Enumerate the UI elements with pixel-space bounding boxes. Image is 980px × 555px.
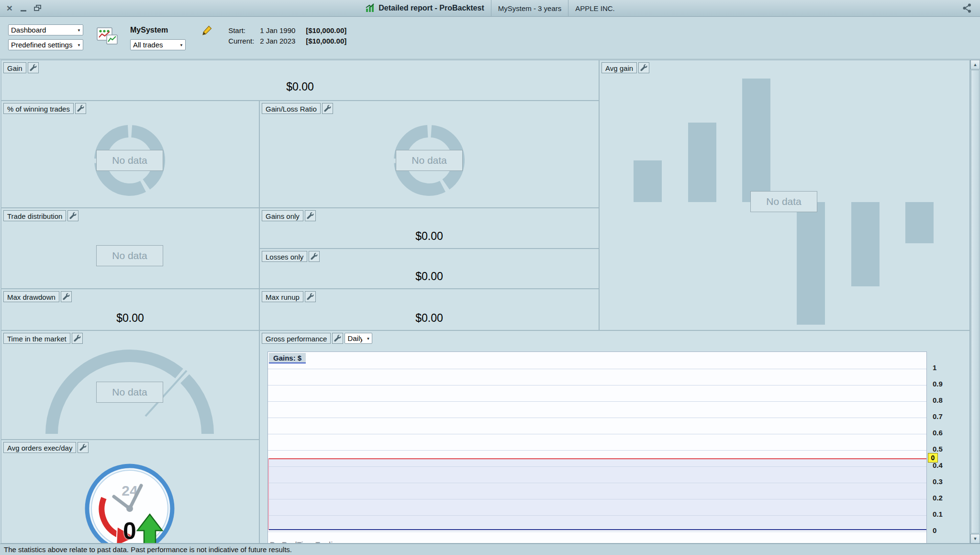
losses-only-value: $0.00 [260,270,599,283]
close-icon[interactable]: × [5,3,14,13]
time-in-market-settings-button[interactable] [72,333,83,344]
chart-watermark: ProRealTime Trading [270,540,342,544]
gains-only-settings-button[interactable] [305,210,316,221]
avg-gain-panel-title: Avg gain [601,62,637,73]
y-axis-tick: 0.1 [933,510,943,518]
wrench-icon [640,64,647,71]
avg-gain-panel: Avg gain No data [599,60,970,330]
y-axis-tick: 0 [933,526,936,534]
wrench-icon [77,105,84,112]
avg-gain-settings-button[interactable] [638,62,649,73]
max-runup-value: $0.00 [260,312,599,325]
avg-orders-panel: Avg orders exec/day 24 0 [1,440,259,544]
gain-settings-button[interactable] [28,62,39,73]
scroll-down-button[interactable]: ▼ [970,534,980,544]
current-amount: [$10,000.00] [306,37,346,45]
start-label: Start: [228,26,260,34]
trade-distribution-panel: Trade distribution No data [1,208,259,289]
avg-orders-settings-button[interactable] [78,442,89,453]
wrench-icon [30,64,37,71]
winning-trades-settings-button[interactable] [75,103,86,114]
wrench-icon [324,105,331,112]
max-runup-panel-title: Max runup [262,291,303,302]
gain-value: $0.00 [1,80,599,93]
gain-loss-ratio-panel-title: Gain/Loss Ratio [262,103,321,114]
avg-orders-panel-title: Avg orders exec/day [3,442,76,453]
scrollbar-thumb[interactable] [971,70,980,533]
gridline [268,401,926,402]
gridline [268,499,926,499]
y-axis-tick: 0.5 [933,445,943,453]
y-axis-tick: 0.6 [933,429,943,437]
wrench-icon [307,212,314,219]
y-axis-tick: 0.3 [933,477,943,486]
y-axis-tick: 0.8 [933,396,943,404]
gross-performance-panel-title: Gross performance [262,333,331,344]
titlebar-separator [491,0,491,17]
losses-only-panel-title: Losses only [262,251,307,262]
gridline [268,385,926,385]
period-select[interactable]: Daily [345,333,372,344]
placeholder-bar [905,202,934,243]
no-data-label: No data [96,150,163,171]
y-axis-tick: 0.2 [933,494,943,502]
max-drawdown-panel-title: Max drawdown [3,291,59,302]
no-data-label: No data [96,382,163,403]
titlebar-center: Detailed report - ProBacktest MySystem -… [62,0,918,16]
scroll-up-icon: ▲ [973,62,978,67]
share-icon[interactable] [962,3,972,13]
winning-trades-panel-title: % of winning trades [3,103,74,114]
gains-only-panel-title: Gains only [262,210,303,221]
trades-select[interactable]: All trades [130,39,186,50]
statusbar: The statistics above relate to past data… [0,544,980,555]
gridline [268,515,926,516]
gross-performance-settings-button[interactable] [332,333,343,344]
window-title: Detailed report - ProBacktest [379,4,484,12]
placeholder-bar [688,123,716,202]
vertical-scrollbar[interactable]: ▲ ▼ [970,60,980,544]
report-document-icon [95,23,119,47]
account-summary: Start: 1 Jan 1990 [$10,000.00] Current: … [228,26,346,45]
wrench-icon [69,212,77,219]
current-label: Current: [228,37,260,45]
gp-plot: Gains: $ ProRealTime Trading [267,351,927,544]
minimize-icon[interactable] [19,3,28,13]
wrench-icon [334,335,341,342]
zero-baseline [268,529,926,530]
restore-icon[interactable] [33,3,42,13]
y-axis-tick: 0.9 [933,380,943,388]
scroll-down-icon: ▼ [973,536,978,541]
series-label: Gains: $ [269,353,306,363]
losses-only-panel: Losses only $0.00 [259,249,599,289]
left-axis-edge [268,458,269,530]
max-runup-settings-button[interactable] [305,291,316,302]
scroll-up-button[interactable]: ▲ [970,60,980,69]
wrench-icon [79,444,87,451]
wrench-icon [307,293,314,300]
edit-pencil-icon[interactable] [201,24,213,36]
system-name: MySystem [130,26,168,34]
trade-distribution-settings-button[interactable] [67,210,78,221]
start-amount: [$10,000.00] [306,26,346,34]
gp-y-axis: 0 10.90.80.70.60.50.40.30.20.10 [930,351,968,544]
time-in-market-panel-title: Time in the market [3,333,70,344]
titlebar: × Detailed report - ProBacktest MySystem… [0,0,980,17]
losses-only-settings-button[interactable] [309,251,320,262]
y-axis-tick: 0.7 [933,412,943,420]
settings-select[interactable]: Predefined settings [8,39,83,50]
view-select[interactable]: Dashboard [8,24,83,35]
max-drawdown-settings-button[interactable] [61,291,72,302]
no-data-label: No data [750,191,817,212]
report-icon-button[interactable] [95,23,120,48]
max-runup-panel: Max runup $0.00 [259,289,599,330]
disclaimer-text: The statistics above relate to past data… [4,545,292,554]
gridline [268,418,926,418]
system-period-label: MySystem - 3 years [498,4,562,12]
gridline [268,434,926,434]
time-in-market-panel: Time in the market No data [1,330,259,440]
reference-line [268,458,926,459]
gain-loss-ratio-settings-button[interactable] [322,103,333,114]
current-date: 2 Jan 2023 [260,37,306,45]
instrument-label: APPLE INC. [575,4,615,12]
toolbar: Dashboard Predefined settings [0,17,980,59]
